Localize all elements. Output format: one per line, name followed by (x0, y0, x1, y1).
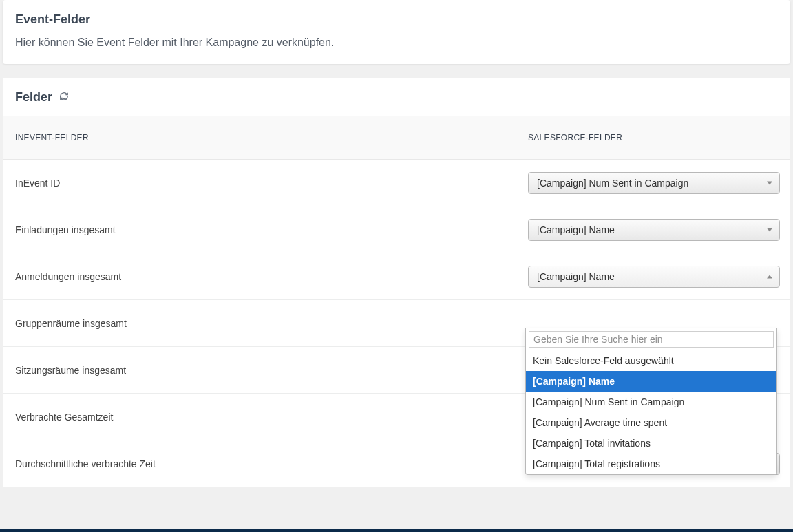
select-value: [Campaign] Name (537, 271, 615, 282)
table-header: INEVENT-FELDER SALESFORCE-FELDER (3, 116, 790, 160)
dropdown-option[interactable]: [Campaign] Total registrations (526, 454, 776, 474)
page-title: Event-Felder (15, 12, 778, 27)
event-fields-header-card: Event-Felder Hier können Sie Event Felde… (3, 0, 790, 64)
select-value: [Campaign] Num Sent in Campaign (537, 178, 688, 189)
dropdown-option[interactable]: [Campaign] Total invitations (526, 433, 776, 454)
table-row: Anmeldungen insgesamt [Campaign] Name (3, 253, 790, 300)
field-label: Anmeldungen insgesamt (15, 271, 528, 282)
field-label: InEvent ID (15, 178, 528, 189)
field-label: Sitzungsräume insgesamt (15, 365, 528, 376)
salesforce-field-dropdown: Kein Salesforce-Feld ausgewählt [Campaig… (525, 328, 777, 475)
salesforce-field-select[interactable]: [Campaign] Name (528, 266, 780, 288)
fields-title: Felder (15, 90, 52, 105)
field-label: Durchschnittliche verbrachte Zeit (15, 458, 528, 469)
dropdown-search-input[interactable] (529, 331, 774, 348)
dropdown-option[interactable]: [Campaign] Average time spent (526, 412, 776, 433)
field-label: Einladungen insgesamt (15, 224, 528, 235)
dropdown-option[interactable]: [Campaign] Num Sent in Campaign (526, 392, 776, 412)
refresh-icon[interactable] (59, 92, 69, 104)
dropdown-option[interactable]: [Campaign] Name (526, 371, 776, 392)
bottom-accent-bar (0, 529, 793, 532)
select-value: [Campaign] Name (537, 224, 615, 235)
field-label: Gruppenräume insgesamt (15, 318, 528, 329)
page-subtitle: Hier können Sie Event Felder mit Ihrer K… (15, 36, 778, 49)
chevron-up-icon (767, 275, 772, 278)
column-header-salesforce: SALESFORCE-FELDER (528, 133, 778, 142)
chevron-down-icon (767, 181, 772, 184)
salesforce-field-select[interactable]: [Campaign] Num Sent in Campaign (528, 172, 780, 194)
salesforce-field-select[interactable]: [Campaign] Name (528, 219, 780, 241)
field-label: Verbrachte Gesamtzeit (15, 412, 528, 423)
dropdown-option[interactable]: Kein Salesforce-Feld ausgewählt (526, 350, 776, 371)
chevron-down-icon (767, 228, 772, 231)
table-row: Einladungen insgesamt [Campaign] Name (3, 206, 790, 253)
column-header-inevent: INEVENT-FELDER (15, 133, 528, 142)
table-row: InEvent ID [Campaign] Num Sent in Campai… (3, 160, 790, 206)
